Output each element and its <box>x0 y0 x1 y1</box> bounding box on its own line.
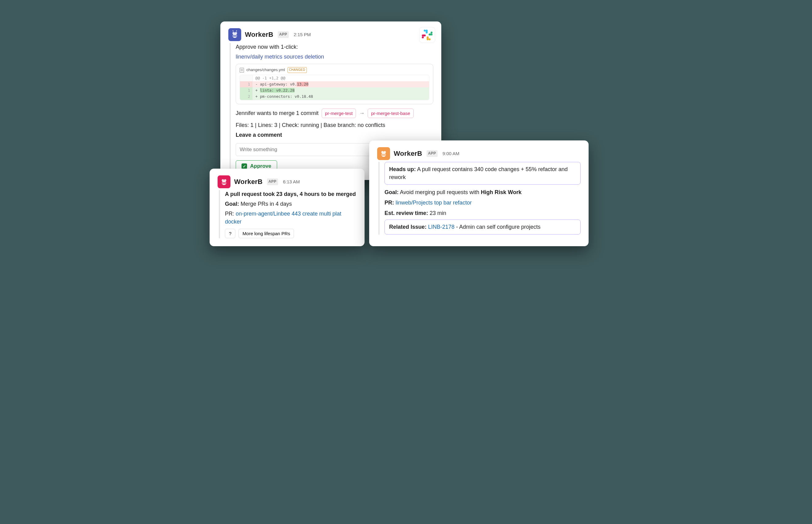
arrow-icon: → <box>359 109 365 117</box>
merge-text: Jennifer wants to merge 1 commit <box>236 109 319 117</box>
branch-from[interactable]: pr-merge-test <box>322 109 356 118</box>
slack-card-lifespan: WorkerB APP 6:13 AM A pull request took … <box>210 169 365 246</box>
bee-icon <box>230 30 239 39</box>
svg-line-14 <box>236 30 237 32</box>
svg-point-3 <box>431 32 432 33</box>
app-badge: APP <box>427 150 437 157</box>
svg-point-24 <box>384 151 386 153</box>
app-badge: APP <box>278 31 289 38</box>
changed-badge: CHANGED <box>288 67 307 73</box>
svg-rect-16 <box>222 182 226 183</box>
related-issue-callout: Related Issue: LINB-2178 - Admin can sel… <box>384 219 580 234</box>
slack-logo <box>419 27 435 43</box>
est-review-time: Est. review time: 23 min <box>384 209 580 217</box>
svg-point-15 <box>222 181 226 185</box>
app-badge: APP <box>267 178 278 185</box>
leave-comment-label: Leave a comment <box>236 131 433 139</box>
svg-rect-6 <box>422 34 426 36</box>
goal-line: Goal: Avoid merging pull requests with H… <box>384 188 580 196</box>
timestamp: 9:00 AM <box>443 150 459 157</box>
timestamp: 6:13 AM <box>283 178 300 185</box>
check-icon: ✓ <box>241 163 247 169</box>
pr-line: PR: on-prem-agent/Linbee 443 create mult… <box>225 210 356 226</box>
slack-icon <box>421 29 433 41</box>
svg-rect-17 <box>222 183 226 184</box>
svg-point-5 <box>429 38 431 40</box>
help-button[interactable]: ? <box>225 229 235 238</box>
svg-rect-9 <box>233 35 237 36</box>
svg-point-23 <box>381 151 384 153</box>
bee-icon <box>219 177 229 186</box>
svg-point-1 <box>424 30 426 32</box>
more-prs-button[interactable]: More long lifespan PRs <box>238 229 294 238</box>
pr-link[interactable]: on-prem-agent/Linbee 443 create multi pl… <box>225 211 341 225</box>
branch-to[interactable]: pr-merge-test-base <box>368 109 414 118</box>
app-name: WorkerB <box>394 149 422 159</box>
bee-icon <box>379 149 388 158</box>
file-icon <box>240 68 244 73</box>
svg-rect-10 <box>233 36 237 37</box>
svg-point-20 <box>381 153 386 157</box>
goal-line: Goal: Merge PRs in 4 days <box>225 200 356 208</box>
diff-deletion: - api-gateway: v0.13.20 <box>253 81 429 87</box>
svg-rect-22 <box>381 155 385 156</box>
related-issue-link[interactable]: LINB-2178 <box>428 224 455 230</box>
pr-stats: Files: 1 | Lines: 3 | Check: running | B… <box>236 121 433 129</box>
diff-addition: + pm-connectors: v0.18.48 <box>253 94 429 100</box>
pr-title-link[interactable]: linenv/daily metrics sources deletion <box>236 53 433 61</box>
svg-rect-4 <box>427 36 428 40</box>
svg-point-19 <box>224 179 226 182</box>
svg-point-8 <box>233 34 237 38</box>
svg-point-7 <box>422 36 424 38</box>
pr-line: PR: linweb/Projects top bar refactor <box>384 199 580 207</box>
timestamp: 2:15 PM <box>294 31 311 38</box>
svg-rect-0 <box>426 30 428 34</box>
diff-hunk: @@ -1 +1,2 @@ <box>253 75 429 81</box>
svg-point-18 <box>222 179 224 182</box>
workerb-avatar-orange <box>377 147 390 160</box>
svg-line-13 <box>233 30 233 32</box>
workerb-avatar-blue <box>228 28 241 41</box>
approve-prompt: Approve now with 1-click: <box>236 43 433 51</box>
heads-up-callout: Heads up: A pull request contains 340 co… <box>384 162 580 184</box>
svg-point-12 <box>235 32 237 35</box>
diff-preview: changes/changes.yml CHANGED @@ -1 +1,2 @… <box>236 64 433 104</box>
svg-rect-2 <box>429 33 433 35</box>
pr-link[interactable]: linweb/Projects top bar refactor <box>396 200 472 206</box>
svg-rect-21 <box>381 154 386 154</box>
app-name: WorkerB <box>234 177 263 187</box>
svg-point-11 <box>233 32 235 35</box>
diff-filename: changes/changes.yml <box>246 67 285 73</box>
diff-addition: + linta: v0.22.28 <box>253 87 429 94</box>
lifespan-headline: A pull request took 23 days, 4 hours to … <box>225 190 356 198</box>
app-name: WorkerB <box>245 30 273 39</box>
slack-card-risk: WorkerB APP 9:00 AM Heads up: A pull req… <box>369 141 589 246</box>
workerb-avatar-red <box>218 175 230 188</box>
